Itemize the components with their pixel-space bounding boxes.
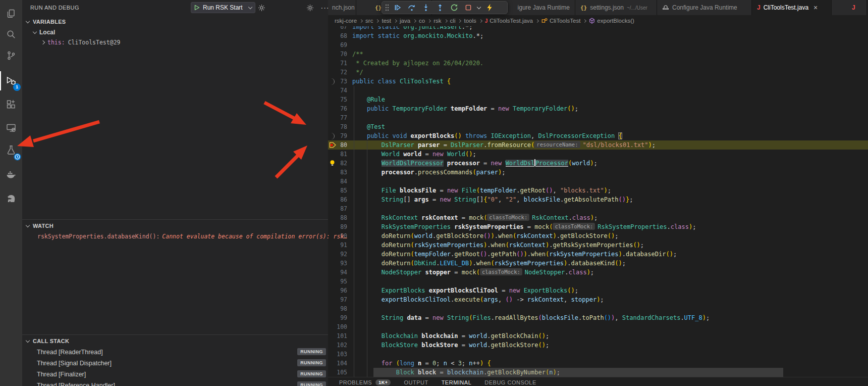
code-line-content: Blockchain blockchain = world.getBlockCh… (352, 331, 549, 341)
indent-guide (367, 140, 367, 377)
editor-tab-CliToolsTest.java[interactable]: JCliToolsTest.java× (752, 0, 832, 15)
line-number: 83 (328, 168, 347, 177)
line-number: 67 (328, 26, 347, 31)
code-line-95: 95 (328, 277, 868, 286)
call-stack-thread-row[interactable]: Thread [Finalizer] (22, 369, 328, 380)
code-line-69: 69 (328, 40, 868, 50)
hot-code-replace-button[interactable] (483, 2, 496, 13)
breadcrumb-item-src[interactable]: src (365, 18, 373, 24)
step-into-button[interactable] (419, 2, 432, 13)
breadcrumb-item-rsk[interactable]: rsk (433, 18, 441, 24)
horizontal-scrollbar[interactable] (373, 368, 783, 377)
code-line-content: import static org.junit.Assert.*; (352, 26, 472, 31)
launch-config-dropdown[interactable]: Run RSK Start (191, 2, 255, 13)
java-runtime-icon (662, 4, 669, 11)
line-number: 91 (328, 240, 347, 250)
views-gear-icon[interactable] (305, 3, 315, 12)
thread-status-badge: RUNNING (297, 359, 326, 366)
thread-status-badge: RUNNING (297, 370, 326, 377)
start-debug-icon (194, 5, 200, 11)
inlay-hint: classToMock: (480, 268, 522, 275)
activity-bar-remote-explorer-icon[interactable] (0, 117, 22, 139)
breadcrumb-item-java[interactable]: java (400, 18, 410, 24)
variables-section-header[interactable]: VARIABLES (22, 16, 328, 27)
activity-bar-run-and-debug-icon[interactable]: 1 (0, 70, 22, 92)
toolbar-drag-grip-icon[interactable] (384, 2, 390, 13)
editor-tab-nch.json[interactable]: nch.json (328, 0, 356, 15)
watch-expression: rskSystemProperties.databaseKind(): (37, 233, 159, 240)
panel-tab-debug-console[interactable]: DEBUG CONSOLE (484, 379, 536, 385)
open-launch-json-gear-icon[interactable] (256, 3, 266, 12)
breadcrumb-item-tools[interactable]: tools (464, 18, 476, 24)
more-actions-icon[interactable]: ··· (320, 3, 330, 12)
breadcrumb-item-clitoolstest-java[interactable]: JCliToolsTest.java (485, 18, 533, 24)
watch-expression-row[interactable]: rskSystemProperties.databaseKind(): Cann… (22, 231, 328, 242)
activity-bar-explorer-icon[interactable] (0, 3, 22, 25)
call-stack-section-header[interactable]: CALL STACK (22, 335, 328, 347)
breadcrumb-item-clitoolstest[interactable]: CliToolsTest (541, 18, 580, 24)
panel-tab-output[interactable]: OUTPUT (404, 379, 428, 385)
code-line-99: 99 String data = new String(Files.readAl… (328, 313, 868, 322)
call-stack-thread-row[interactable]: Thread [ReaderThread] (22, 347, 328, 358)
step-out-button[interactable] (433, 2, 447, 13)
call-stack-thread-row[interactable]: Thread [Reference Handler] (22, 380, 328, 386)
breadcrumb-item-co[interactable]: co (419, 18, 425, 24)
breadcrumb-item-cli[interactable]: cli (450, 18, 456, 24)
editor-tab-settings.json[interactable]: {}settings.json~/.../User (575, 0, 657, 15)
breadcrumb-item-exportblocks-[interactable]: exportBlocks() (589, 18, 634, 24)
stop-button[interactable] (462, 2, 475, 13)
panel-tab-problems[interactable]: PROBLEMS1K+ (339, 379, 391, 385)
watch-section-header[interactable]: WATCH (22, 220, 328, 231)
code-line-content: @Test (352, 122, 385, 131)
code-line-76: 76 public TemporaryFolder tempFolder = n… (328, 104, 868, 113)
line-number: 71 (328, 59, 347, 68)
activity-bar-search-icon[interactable] (0, 23, 22, 45)
activity-bar-source-control-icon[interactable] (0, 44, 22, 67)
line-number: 88 (328, 213, 347, 222)
line-number: 86 (328, 195, 347, 204)
activity-bar-test-beaker-icon[interactable] (0, 139, 22, 161)
call-stack-header-label: CALL STACK (33, 338, 69, 344)
breadcrumb-separator-icon (535, 19, 539, 22)
breadcrumb-separator-icon (444, 19, 448, 22)
step-over-button[interactable] (405, 2, 418, 13)
problems-count-badge: 1K+ (375, 379, 391, 385)
code-line-67: 67import static org.junit.Assert.*; (328, 26, 868, 31)
tab-label: settings.json (590, 4, 624, 11)
code-line-content: * Created by ajlopez on 26/04/2020. (352, 59, 483, 68)
variables-scope-local[interactable]: Local (22, 27, 328, 37)
debug-toolbar[interactable] (382, 1, 508, 14)
activity-bar-extensions-icon[interactable] (0, 93, 22, 116)
editor-tab-Configure Java Runtime[interactable]: Configure Java Runtime (657, 0, 752, 15)
activity-bar-docker-icon[interactable] (0, 163, 22, 185)
code-line-content: @Rule (352, 95, 385, 104)
code-line-content: WorldDslProcessor processor = new WorldD… (352, 159, 598, 168)
continue-button[interactable] (391, 2, 404, 13)
breadcrumb-separator-icon (375, 19, 379, 22)
line-number: 68 (328, 31, 347, 40)
restart-button[interactable] (448, 2, 461, 13)
panel-tab-terminal[interactable]: TERMINAL (442, 379, 472, 385)
breadcrumb: rskj-coresrctestjavacorskclitoolsJCliToo… (328, 15, 868, 26)
java-file-icon: J (852, 4, 855, 11)
tests-running-clock-badge (14, 153, 21, 161)
breadcrumb-item-rskj-core[interactable]: rskj-core (335, 18, 357, 24)
code-line-77: 77 (328, 113, 868, 122)
variable-this-row[interactable]: this: CliToolsTest@29 (22, 37, 328, 47)
code-line-content: RskContext rskContext = mock(classToMock… (352, 213, 598, 222)
close-tab-icon[interactable]: × (813, 4, 818, 12)
breadcrumb-item-test[interactable]: test (382, 18, 391, 24)
code-line-70: 70/** (328, 50, 868, 59)
code-editor[interactable]: 67import static org.junit.Assert.*;68imp… (328, 26, 868, 377)
line-number: 85 (328, 186, 347, 195)
code-line-content: doReturn(rskSystemProperties).when(rskCo… (352, 240, 644, 250)
code-line-content: doReturn(DbKind.LEVEL_DB).when(rskSystem… (352, 259, 626, 268)
call-stack-thread-row[interactable]: Thread [Signal Dispatcher] (22, 358, 328, 369)
code-line-83: 83 processor.processCommands(parser); (328, 168, 868, 177)
code-line-101: 101 Blockchain blockchain = world.getBlo… (328, 331, 868, 341)
activity-bar-gradle-icon[interactable] (0, 187, 22, 210)
stop-dropdown-chevron-icon[interactable] (476, 2, 482, 13)
code-line-content: NodeStopper stopper = mock(classToMock:N… (352, 268, 594, 277)
code-line-88: 88 RskContext rskContext = mock(classToM… (328, 213, 868, 222)
editor-tab-unnamed-6[interactable]: J (832, 0, 867, 15)
